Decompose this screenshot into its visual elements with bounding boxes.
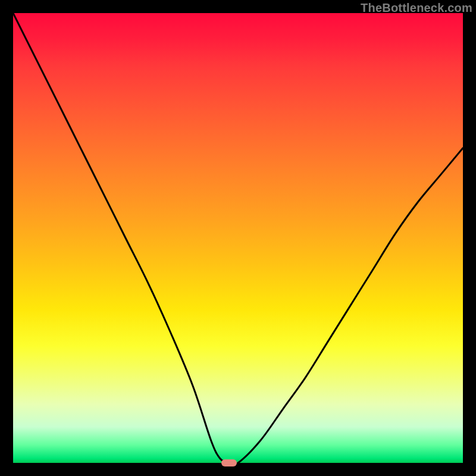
chart-frame: TheBottleneck.com bbox=[0, 0, 476, 476]
minimum-marker bbox=[221, 459, 237, 466]
watermark-text: TheBottleneck.com bbox=[361, 1, 472, 15]
bottleneck-curve bbox=[13, 13, 463, 463]
plot-area bbox=[13, 13, 463, 463]
